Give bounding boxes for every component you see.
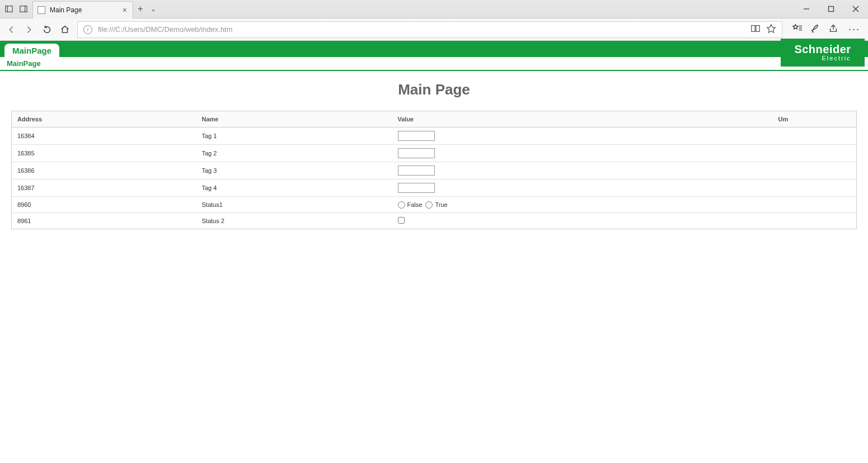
- value-input[interactable]: [398, 131, 435, 141]
- radio-true-label: True: [435, 201, 447, 208]
- reload-icon[interactable]: [41, 24, 53, 35]
- cell-name: Tag 3: [196, 162, 392, 179]
- radio-false[interactable]: [398, 201, 405, 209]
- col-header-um: Um: [773, 111, 857, 127]
- aside-left-icon[interactable]: [2, 2, 16, 16]
- page-title: Main Page: [11, 81, 857, 98]
- share-icon[interactable]: [828, 23, 838, 36]
- browser-titlebar: Main Page × + ⌄: [0, 0, 868, 18]
- table-row: 8961Status 2: [12, 213, 857, 229]
- svg-rect-9: [756, 26, 759, 32]
- cell-um: [773, 213, 857, 229]
- radio-false-label: False: [407, 201, 423, 208]
- table-row: 8960Status1FalseTrue: [12, 197, 857, 213]
- svg-rect-5: [829, 7, 834, 12]
- tab-title: Main Page: [50, 6, 118, 14]
- cell-um: [773, 179, 857, 197]
- favorite-star-icon[interactable]: [766, 23, 776, 35]
- value-input[interactable]: [398, 183, 435, 193]
- value-checkbox[interactable]: [398, 217, 405, 224]
- cell-um: [773, 127, 857, 145]
- table-row: 16387Tag 4: [12, 179, 857, 197]
- brand-logo: Schneider Electric: [781, 39, 865, 67]
- cell-value: [392, 179, 773, 197]
- col-header-value: Value: [392, 111, 773, 127]
- cell-value: [392, 145, 773, 162]
- cell-um: [773, 162, 857, 179]
- value-input[interactable]: [398, 166, 435, 176]
- url-bar[interactable]: i file:///C:/Users/DMC/Demo/web/index.ht…: [77, 21, 782, 38]
- tab-favicon-icon: [37, 6, 45, 14]
- cell-address: 8960: [12, 197, 196, 213]
- value-input[interactable]: [398, 148, 435, 158]
- data-table: Address Name Value Um 16384Tag 116385Tag…: [11, 111, 857, 229]
- cell-um: [773, 145, 857, 162]
- col-header-name: Name: [196, 111, 392, 127]
- svg-rect-0: [6, 6, 12, 12]
- reading-view-icon[interactable]: [750, 23, 761, 35]
- cell-address: 16386: [12, 162, 196, 179]
- table-row: 16385Tag 2: [12, 145, 857, 162]
- cell-name: Status1: [196, 197, 392, 213]
- window-close-icon[interactable]: [843, 0, 868, 18]
- cell-name: Status 2: [196, 213, 392, 229]
- col-header-address: Address: [12, 111, 196, 127]
- aside-right-icon[interactable]: [17, 2, 30, 16]
- home-icon[interactable]: [59, 24, 71, 35]
- table-row: 16384Tag 1: [12, 127, 857, 145]
- forward-icon[interactable]: [24, 24, 35, 35]
- table-row: 16386Tag 3: [12, 162, 857, 179]
- breadcrumb[interactable]: MainPage: [0, 57, 868, 71]
- cell-address: 8961: [12, 213, 196, 229]
- cell-value: [392, 213, 773, 229]
- window-minimize-icon[interactable]: [794, 0, 819, 18]
- site-info-icon[interactable]: i: [83, 25, 92, 34]
- browser-tab[interactable]: Main Page ×: [32, 1, 133, 18]
- page-header-bar: MainPage Schneider Electric: [0, 41, 868, 57]
- cell-value: [392, 162, 773, 179]
- tab-close-icon[interactable]: ×: [123, 6, 127, 14]
- brand-top: Schneider: [794, 44, 851, 55]
- cell-name: Tag 2: [196, 145, 392, 162]
- cell-name: Tag 1: [196, 127, 392, 145]
- cell-address: 16387: [12, 179, 196, 197]
- browser-navbar: i file:///C:/Users/DMC/Demo/web/index.ht…: [0, 18, 868, 41]
- back-icon[interactable]: [6, 24, 17, 35]
- favorites-list-icon[interactable]: [792, 23, 803, 36]
- radio-true[interactable]: [425, 201, 433, 209]
- svg-marker-11: [793, 24, 798, 29]
- cell-address: 16385: [12, 145, 196, 162]
- more-menu-icon[interactable]: ···: [846, 23, 862, 35]
- svg-rect-8: [752, 26, 755, 32]
- new-tab-icon[interactable]: +: [138, 4, 143, 13]
- cell-address: 16384: [12, 127, 196, 145]
- tab-chevron-down-icon[interactable]: ⌄: [151, 6, 156, 12]
- url-text: file:///C:/Users/DMC/Demo/web/index.htm: [98, 25, 745, 34]
- notes-icon[interactable]: [810, 23, 820, 36]
- cell-value: FalseTrue: [392, 197, 773, 213]
- cell-um: [773, 197, 857, 213]
- cell-name: Tag 4: [196, 179, 392, 197]
- page-tab-main[interactable]: MainPage: [4, 44, 59, 58]
- window-maximize-icon[interactable]: [819, 0, 843, 18]
- cell-value: [392, 127, 773, 145]
- brand-bot: Electric: [794, 55, 851, 62]
- svg-rect-2: [20, 6, 27, 12]
- svg-marker-10: [767, 25, 775, 32]
